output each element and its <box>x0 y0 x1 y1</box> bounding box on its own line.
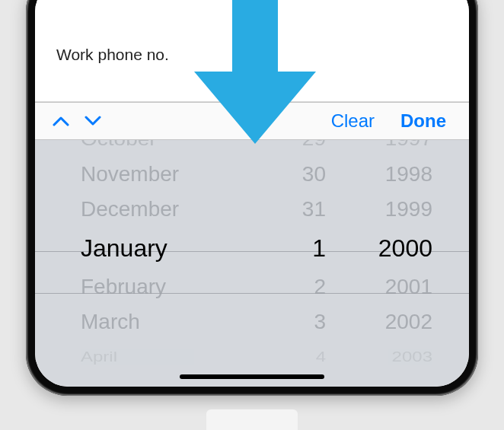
chevron-down-icon <box>85 116 101 126</box>
picker-month[interactable]: February <box>81 276 257 299</box>
phone-frame: Work phone no. Clear Done September28199… <box>26 0 478 396</box>
picker-row[interactable]: April42003 <box>35 344 469 371</box>
work-phone-field[interactable]: Work phone no. <box>56 46 448 64</box>
picker-month[interactable]: December <box>81 198 257 221</box>
picker-year[interactable]: 2001 <box>326 276 432 299</box>
picker-month[interactable]: May <box>81 386 257 387</box>
home-indicator[interactable] <box>180 374 324 379</box>
picker-year[interactable]: 2003 <box>326 349 432 365</box>
chevron-up-icon <box>53 116 69 126</box>
clear-button[interactable]: Clear <box>325 110 381 132</box>
picker-day[interactable]: 5 <box>257 386 326 387</box>
picker-row[interactable]: February22001 <box>35 270 469 304</box>
picker-day[interactable]: 4 <box>257 349 326 365</box>
picker-year[interactable]: 1997 <box>326 140 432 150</box>
picker-month[interactable]: January <box>81 234 257 263</box>
picker-row-selected[interactable]: January12000 <box>35 227 469 269</box>
date-picker[interactable]: September281996October291997November3019… <box>35 140 469 387</box>
done-button[interactable]: Done <box>394 110 452 132</box>
picker-day[interactable]: 1 <box>257 234 326 263</box>
keyboard-accessory-bar: Clear Done <box>35 102 469 140</box>
picker-day[interactable]: 3 <box>257 311 326 334</box>
picker-month[interactable]: April <box>81 349 257 365</box>
picker-day[interactable]: 2 <box>257 276 326 299</box>
form-area: Work phone no. <box>35 0 469 102</box>
picker-day[interactable]: 30 <box>257 163 326 186</box>
picker-day[interactable]: 29 <box>257 140 326 150</box>
prev-field-button[interactable] <box>52 112 70 130</box>
phone-screen: Work phone no. Clear Done September28199… <box>35 0 469 387</box>
picker-year[interactable]: 2002 <box>326 311 432 334</box>
picker-year[interactable]: 2004 <box>326 386 432 387</box>
picker-year[interactable]: 1998 <box>326 163 432 186</box>
picker-row[interactable]: May52004 <box>35 381 469 387</box>
picker-year[interactable]: 1999 <box>326 198 432 221</box>
picker-month[interactable]: November <box>81 163 257 186</box>
picker-row[interactable]: December311999 <box>35 193 469 226</box>
next-field-button[interactable] <box>84 112 102 130</box>
picker-month[interactable]: October <box>81 140 257 150</box>
picker-row[interactable]: November301998 <box>35 158 469 191</box>
picker-year[interactable]: 2000 <box>326 234 432 263</box>
picker-month[interactable]: March <box>81 311 257 334</box>
picker-row[interactable]: October291997 <box>35 140 469 154</box>
picker-row[interactable]: March32002 <box>35 305 469 339</box>
charging-cable <box>206 409 298 430</box>
picker-day[interactable]: 31 <box>257 198 326 221</box>
